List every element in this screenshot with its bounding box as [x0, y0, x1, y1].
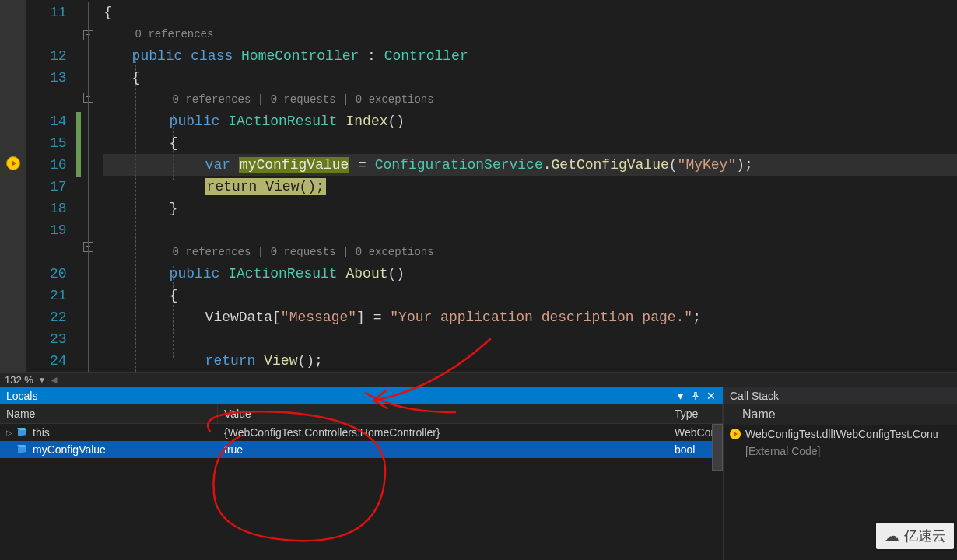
callstack-columns-header[interactable]: Name — [724, 404, 957, 425]
line-number: 13 — [50, 67, 67, 89]
scrollbar-thumb[interactable] — [712, 424, 723, 471]
debug-panels: Locals ▾ ✕ Name Value Type ▷this {WebCon… — [0, 387, 957, 560]
line-number: 15 — [50, 132, 67, 154]
line-number: 23 — [50, 328, 67, 350]
locals-panel: Locals ▾ ✕ Name Value Type ▷this {WebCon… — [0, 387, 724, 560]
code-line: } — [103, 198, 957, 219]
line-number: 22 — [50, 306, 67, 328]
line-number: 11 — [50, 2, 67, 23]
code-line: return View(); — [103, 176, 957, 198]
code-line: ViewData["Message"] = "Your application … — [103, 306, 957, 328]
column-header-name[interactable]: Name — [724, 404, 782, 425]
code-line: return View(); — [103, 350, 957, 372]
code-line: public class HomeController : Controller — [103, 45, 957, 67]
codelens-indicator[interactable]: 0 references | 0 requests | 0 exceptions — [103, 89, 957, 110]
line-number: 16 — [50, 154, 67, 176]
line-number: 21 — [50, 285, 67, 306]
code-line: public IActionResult Index() — [103, 110, 957, 132]
pin-icon[interactable] — [690, 390, 701, 401]
codelens-indicator[interactable]: 0 references — [103, 23, 957, 45]
breakpoint-gutter[interactable] — [0, 0, 26, 372]
code-line: var myConfigValue = ConfigurationService… — [103, 154, 957, 176]
column-header-name[interactable]: Name — [0, 404, 218, 423]
zoom-level[interactable]: 132 % — [5, 374, 33, 386]
line-number: 19 — [50, 219, 67, 241]
code-line — [103, 219, 957, 241]
line-number: 14 — [50, 110, 67, 132]
callstack-panel-title[interactable]: Call Stack — [724, 387, 957, 404]
locals-columns-header[interactable]: Name Value Type — [0, 404, 723, 424]
line-number: 18 — [50, 198, 67, 219]
line-number: 24 — [50, 350, 67, 372]
locals-row[interactable]: myConfigValue true bool — [0, 441, 723, 458]
scroll-left-icon[interactable]: ◀ — [51, 375, 57, 385]
line-number: 12 — [50, 45, 67, 67]
code-line: { — [103, 285, 957, 306]
callstack-row[interactable]: [External Code] — [724, 443, 957, 460]
current-line-indicator-icon — [6, 156, 20, 170]
line-number-gutter: 11 12 13 14 15 16 17 18 19 20 21 22 23 2… — [26, 0, 81, 372]
code-line: { — [103, 67, 957, 89]
editor-zoom-bar: 132 % ▼ ◀ — [0, 372, 957, 387]
code-line: { — [103, 132, 957, 154]
expander-icon[interactable]: ▷ — [6, 429, 16, 437]
code-editor[interactable]: 11 12 13 14 15 16 17 18 19 20 21 22 23 2… — [0, 0, 957, 372]
column-header-value[interactable]: Value — [218, 404, 668, 423]
current-frame-icon — [730, 429, 741, 439]
line-number: 17 — [50, 176, 67, 198]
fold-gutter[interactable]: − − − — [81, 0, 103, 372]
code-line: public IActionResult About() — [103, 263, 957, 285]
column-header-type[interactable]: Type — [668, 404, 723, 423]
code-content[interactable]: { 0 references public class HomeControll… — [103, 0, 957, 372]
variable-highlight: myConfigValue — [239, 157, 349, 173]
window-options-icon[interactable]: ▾ — [675, 390, 685, 401]
callstack-row[interactable]: WebConfigTest.dll!WebConfigTest.Contr — [724, 425, 957, 443]
codelens-indicator[interactable]: 0 references | 0 requests | 0 exceptions — [103, 241, 957, 263]
code-line — [103, 328, 957, 350]
close-icon[interactable]: ✕ — [706, 390, 717, 401]
locals-panel-title[interactable]: Locals ▾ ✕ — [0, 387, 723, 404]
code-line: { — [103, 2, 957, 23]
watermark-badge: ☁ 亿速云 — [876, 523, 954, 549]
cloud-icon: ☁ — [884, 527, 899, 545]
variable-object-icon — [17, 445, 28, 454]
zoom-dropdown-icon[interactable]: ▼ — [38, 376, 46, 384]
variable-object-icon — [17, 428, 28, 437]
locals-row[interactable]: ▷this {WebConfigTest.Controllers.HomeCon… — [0, 424, 723, 441]
locals-grid[interactable]: ▷this {WebConfigTest.Controllers.HomeCon… — [0, 424, 723, 560]
line-number: 20 — [50, 263, 67, 285]
next-statement-highlight: return View(); — [205, 178, 326, 195]
